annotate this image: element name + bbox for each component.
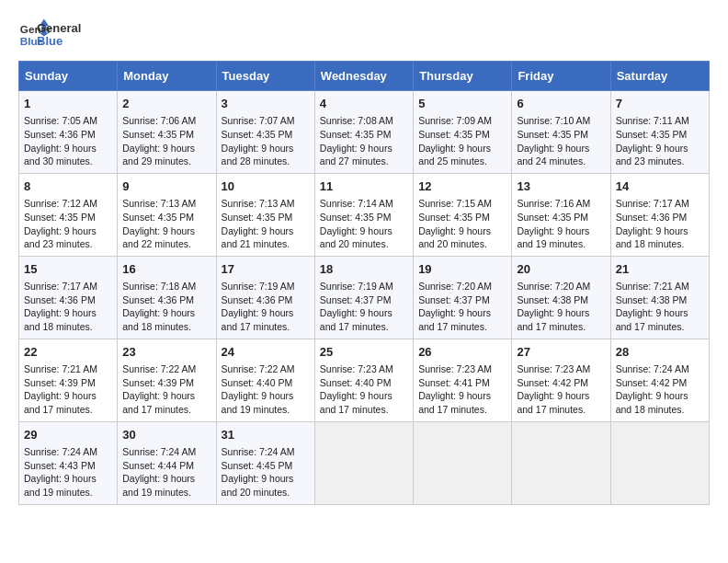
daylight-text: Daylight: 9 hours and 21 minutes.: [222, 225, 294, 250]
day-number: 11: [320, 178, 408, 195]
sunset-text: Sunset: 4:37 PM: [418, 294, 490, 305]
day-number: 18: [320, 261, 408, 278]
daylight-text: Daylight: 9 hours and 20 minutes.: [418, 225, 491, 250]
calendar-cell: 31 Sunrise: 7:24 AM Sunset: 4:45 PM Dayl…: [216, 421, 314, 504]
calendar-cell: 8 Sunrise: 7:12 AM Sunset: 4:35 PM Dayli…: [19, 173, 118, 256]
calendar-cell: 3 Sunrise: 7:07 AM Sunset: 4:35 PM Dayli…: [216, 91, 314, 174]
daylight-text: Daylight: 9 hours and 19 minutes.: [222, 390, 294, 415]
calendar-table: SundayMondayTuesdayWednesdayThursdayFrid…: [18, 61, 710, 505]
calendar-cell: 18 Sunrise: 7:19 AM Sunset: 4:37 PM Dayl…: [314, 256, 413, 339]
sunset-text: Sunset: 4:36 PM: [122, 294, 194, 305]
sunset-text: Sunset: 4:36 PM: [222, 294, 293, 305]
daylight-text: Daylight: 9 hours and 17 minutes.: [222, 307, 294, 332]
day-number: 29: [24, 427, 112, 443]
calendar-week-4: 22 Sunrise: 7:21 AM Sunset: 4:39 PM Dayl…: [19, 339, 710, 421]
calendar-cell: 16 Sunrise: 7:18 AM Sunset: 4:36 PM Dayl…: [118, 256, 216, 339]
day-number: 12: [418, 178, 506, 195]
day-number: 7: [616, 96, 704, 112]
sunrise-text: Sunrise: 7:05 AM: [24, 115, 97, 126]
daylight-text: Daylight: 9 hours and 30 minutes.: [24, 143, 97, 167]
sunrise-text: Sunrise: 7:24 AM: [24, 446, 97, 457]
calendar-body: 1 Sunrise: 7:05 AM Sunset: 4:36 PM Dayli…: [19, 91, 710, 505]
day-number: 22: [24, 344, 112, 361]
calendar-cell: 4 Sunrise: 7:08 AM Sunset: 4:35 PM Dayli…: [314, 91, 413, 174]
sunset-text: Sunset: 4:35 PM: [418, 129, 490, 140]
sunrise-text: Sunrise: 7:17 AM: [24, 281, 97, 292]
daylight-text: Daylight: 9 hours and 17 minutes.: [320, 307, 392, 332]
sunset-text: Sunset: 4:35 PM: [320, 129, 392, 140]
sunset-text: Sunset: 4:38 PM: [517, 294, 588, 305]
calendar-cell: [414, 421, 512, 504]
calendar-cell: 24 Sunrise: 7:22 AM Sunset: 4:40 PM Dayl…: [216, 339, 314, 421]
day-number: 23: [122, 344, 210, 361]
daylight-text: Daylight: 9 hours and 17 minutes.: [122, 390, 195, 415]
sunset-text: Sunset: 4:38 PM: [616, 294, 688, 305]
sunrise-text: Sunrise: 7:12 AM: [24, 198, 97, 209]
calendar-cell: 28 Sunrise: 7:24 AM Sunset: 4:42 PM Dayl…: [610, 339, 709, 421]
sunset-text: Sunset: 4:35 PM: [222, 212, 293, 223]
daylight-text: Daylight: 9 hours and 19 minutes.: [24, 473, 97, 498]
daylight-text: Daylight: 9 hours and 17 minutes.: [418, 390, 491, 415]
sunrise-text: Sunrise: 7:16 AM: [517, 198, 590, 209]
day-number: 16: [122, 261, 210, 278]
sunset-text: Sunset: 4:35 PM: [517, 129, 588, 140]
sunset-text: Sunset: 4:43 PM: [24, 460, 96, 471]
sunrise-text: Sunrise: 7:23 AM: [320, 363, 393, 374]
sunrise-text: Sunrise: 7:07 AM: [222, 115, 295, 126]
day-number: 14: [616, 178, 704, 195]
sunset-text: Sunset: 4:35 PM: [24, 212, 96, 223]
daylight-text: Daylight: 9 hours and 23 minutes.: [616, 143, 688, 167]
calendar-cell: 6 Sunrise: 7:10 AM Sunset: 4:35 PM Dayli…: [512, 91, 610, 174]
daylight-text: Daylight: 9 hours and 18 minutes.: [122, 307, 195, 332]
sunrise-text: Sunrise: 7:19 AM: [222, 281, 295, 292]
calendar-week-5: 29 Sunrise: 7:24 AM Sunset: 4:43 PM Dayl…: [19, 421, 710, 504]
sunrise-text: Sunrise: 7:08 AM: [320, 115, 393, 126]
daylight-text: Daylight: 9 hours and 19 minutes.: [122, 473, 195, 498]
sunset-text: Sunset: 4:37 PM: [320, 294, 392, 305]
sunrise-text: Sunrise: 7:13 AM: [222, 198, 295, 209]
calendar-cell: [314, 421, 413, 504]
daylight-text: Daylight: 9 hours and 24 minutes.: [517, 143, 589, 167]
logo: General Blue General Blue: [18, 18, 81, 52]
daylight-text: Daylight: 9 hours and 22 minutes.: [122, 225, 195, 250]
calendar-cell: 27 Sunrise: 7:23 AM Sunset: 4:42 PM Dayl…: [512, 339, 610, 421]
calendar-cell: 5 Sunrise: 7:09 AM Sunset: 4:35 PM Dayli…: [414, 91, 512, 174]
sunrise-text: Sunrise: 7:14 AM: [320, 198, 393, 209]
day-number: 28: [616, 344, 704, 361]
weekday-header-row: SundayMondayTuesdayWednesdayThursdayFrid…: [19, 62, 710, 91]
calendar-cell: 14 Sunrise: 7:17 AM Sunset: 4:36 PM Dayl…: [610, 173, 709, 256]
daylight-text: Daylight: 9 hours and 19 minutes.: [517, 225, 589, 250]
daylight-text: Daylight: 9 hours and 20 minutes.: [320, 225, 392, 250]
day-number: 31: [222, 427, 310, 443]
daylight-text: Daylight: 9 hours and 29 minutes.: [122, 143, 195, 167]
day-number: 3: [222, 96, 310, 112]
daylight-text: Daylight: 9 hours and 17 minutes.: [616, 307, 688, 332]
sunset-text: Sunset: 4:42 PM: [517, 377, 588, 388]
calendar-cell: 15 Sunrise: 7:17 AM Sunset: 4:36 PM Dayl…: [19, 256, 118, 339]
calendar-cell: 7 Sunrise: 7:11 AM Sunset: 4:35 PM Dayli…: [610, 91, 709, 174]
day-number: 30: [122, 427, 210, 443]
day-number: 15: [24, 261, 112, 278]
daylight-text: Daylight: 9 hours and 28 minutes.: [222, 143, 294, 167]
day-number: 25: [320, 344, 408, 361]
sunrise-text: Sunrise: 7:15 AM: [418, 198, 492, 209]
weekday-header-tuesday: Tuesday: [216, 62, 314, 91]
day-number: 24: [222, 344, 310, 361]
day-number: 5: [418, 96, 506, 112]
calendar-cell: 9 Sunrise: 7:13 AM Sunset: 4:35 PM Dayli…: [118, 173, 216, 256]
day-number: 27: [517, 344, 605, 361]
sunrise-text: Sunrise: 7:13 AM: [122, 198, 196, 209]
sunrise-text: Sunrise: 7:10 AM: [517, 115, 590, 126]
logo-text-general: General: [37, 22, 81, 35]
sunset-text: Sunset: 4:35 PM: [517, 212, 588, 223]
day-number: 20: [517, 261, 605, 278]
day-number: 10: [222, 178, 310, 195]
daylight-text: Daylight: 9 hours and 17 minutes.: [418, 307, 491, 332]
day-number: 21: [616, 261, 704, 278]
sunset-text: Sunset: 4:39 PM: [24, 377, 96, 388]
sunset-text: Sunset: 4:35 PM: [616, 129, 688, 140]
sunrise-text: Sunrise: 7:20 AM: [517, 281, 590, 292]
daylight-text: Daylight: 9 hours and 18 minutes.: [24, 307, 97, 332]
weekday-header-saturday: Saturday: [610, 62, 709, 91]
daylight-text: Daylight: 9 hours and 17 minutes.: [320, 390, 392, 415]
